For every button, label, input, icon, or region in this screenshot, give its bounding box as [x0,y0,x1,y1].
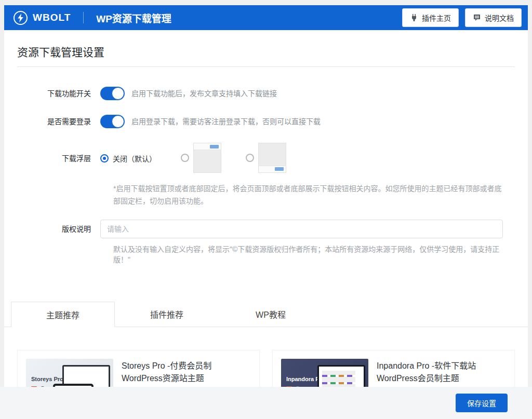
overlay-option-closed-label: 关闭（默认） [113,153,156,164]
card-title[interactable]: Inpandora Pro -软件下载站WordPress会员制主题 [377,360,506,385]
page-title: 资源下载管理设置 [4,30,528,66]
login-required-hint: 启用登录下载，需要访客注册登录下载，否则可以直接下载 [131,115,321,128]
brand-name: WBOLT [33,12,71,23]
docs-button[interactable]: 说明文档 [465,8,522,27]
download-switch-toggle[interactable] [100,87,125,100]
thumb-download-chip [275,167,284,171]
plugin-header: WBOLT WP资源下载管理 插件主页 说明文档 [4,5,528,30]
overlay-option-closed[interactable]: 关闭（默认） [100,153,156,164]
toggle-knob [112,115,124,128]
plug-icon [410,13,418,22]
radio-checked-icon [100,154,109,163]
plugin-home-label: 插件主页 [422,12,451,23]
card-title[interactable]: Storeys Pro -付费会员制WordPress资源站主题 [122,360,251,385]
header-actions: 插件主页 说明文档 [402,8,522,27]
tab-theme-recommend[interactable]: 主题推荐 [11,302,115,327]
tab-wp-tutorial[interactable]: WP教程 [219,302,323,327]
row-download-switch: 下载功能开关 启用下载功能后，发布文章支持填入下载链接 [17,87,515,100]
recommend-tabs: 主题推荐 插件推荐 WP教程 [4,302,528,327]
plugin-title: WP资源下载管理 [96,11,171,25]
overlay-option-bottom[interactable] [246,143,286,173]
wbolt-bolt-logo-icon [14,11,28,25]
docs-label: 说明文档 [485,12,514,23]
row-download-overlay: 下载浮层 关闭（默认） [17,143,515,173]
copyright-label: 版权说明 [17,220,100,238]
row-login-required: 是否需要登录 启用登录下载，需要访客注册登录下载，否则可以直接下载 [17,115,515,128]
row-copyright: 版权说明 [17,220,515,238]
plugin-home-button[interactable]: 插件主页 [402,8,459,27]
radio-unchecked-icon [181,154,189,162]
settings-panel: 资源下载管理设置 下载功能开关 启用下载功能后，发布文章支持填入下载链接 是否需… [4,30,528,419]
brand: WBOLT WP资源下载管理 [14,11,171,25]
copyright-input[interactable] [100,220,503,238]
toggle-knob [112,87,124,100]
overlay-label: 下载浮层 [17,143,100,173]
download-switch-label: 下载功能开关 [17,87,100,100]
thumb-bottombar [259,166,286,172]
page-frame: WBOLT WP资源下载管理 插件主页 说明文档 资源下载管理设置 下载功能开关 [0,0,532,419]
login-required-label: 是否需要登录 [17,115,100,128]
settings-form: 下载功能开关 启用下载功能后，发布文章支持填入下载链接 是否需要登录 启用登录下… [4,67,528,264]
overlay-top-thumbnail[interactable] [193,143,221,173]
download-switch-hint: 启用下载功能后，发布文章支持填入下载链接 [131,87,277,100]
overlay-bottom-thumbnail[interactable] [258,143,286,173]
overlay-note: *启用下载按钮置顶或者底部固定后，将会页面顶部或者底部展示下载按钮相关内容。如您… [113,182,502,207]
document-icon [473,13,481,22]
save-settings-button[interactable]: 保存设置 [456,394,508,412]
save-bar: 保存设置 [0,387,532,419]
copyright-hint: 默认及没有输入自定义内容，将显示"©下载资源版权归作者所有；本站所有资源均来源于… [113,244,502,264]
radio-unchecked-icon [246,154,254,162]
overlay-option-top[interactable] [181,143,221,173]
thumb-download-chip [210,145,219,148]
tab-plugin-recommend[interactable]: 插件推荐 [115,302,219,327]
brand-divider [83,12,84,23]
thumb-topbar [194,143,221,150]
login-required-toggle[interactable] [100,115,125,128]
